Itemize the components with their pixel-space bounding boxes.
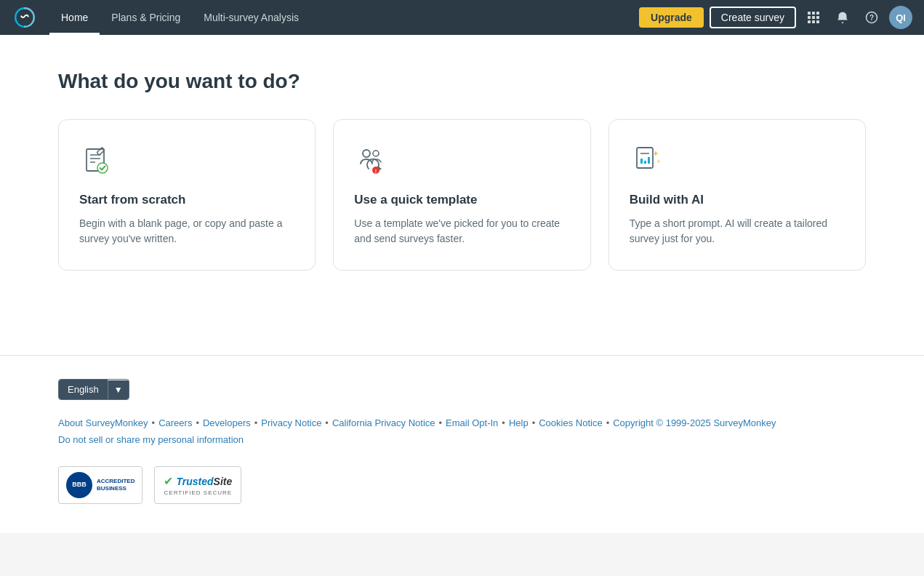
avatar[interactable]: QI — [889, 6, 912, 29]
template-card-title: Use a quick template — [354, 193, 569, 207]
navbar-right: Upgrade Create survey — [639, 6, 912, 29]
ai-card-desc: Type a short prompt. AI will create a ta… — [630, 216, 845, 247]
svg-rect-25 — [640, 159, 643, 164]
help-icon[interactable]: ? — [860, 6, 883, 29]
trusted-check-icon: ✔ — [164, 474, 173, 488]
svg-rect-1 — [808, 12, 811, 15]
svg-rect-23 — [637, 148, 653, 168]
card-quick-template[interactable]: ! Use a quick template Use a template we… — [333, 119, 590, 271]
footer-link-help[interactable]: Help — [509, 417, 529, 428]
svg-text:?: ? — [869, 14, 874, 22]
footer-link-cookies[interactable]: Cookies Notice — [539, 417, 602, 428]
svg-rect-7 — [808, 20, 811, 23]
apps-icon[interactable] — [802, 6, 825, 29]
notifications-icon[interactable] — [831, 6, 854, 29]
card-start-from-scratch[interactable]: Start from scratch Begin with a blank pa… — [58, 119, 316, 271]
svg-rect-4 — [808, 16, 811, 19]
svg-rect-8 — [812, 20, 815, 23]
footer-link-california-privacy[interactable]: California Privacy Notice — [332, 417, 435, 428]
cards-row: Start from scratch Begin with a blank pa… — [58, 119, 866, 271]
footer-link-about[interactable]: About SurveyMonkey — [58, 417, 148, 428]
scratch-card-desc: Begin with a blank page, or copy and pas… — [79, 216, 294, 247]
footer-copyright: Copyright © 1999-2025 SurveyMonkey — [613, 417, 776, 428]
scratch-icon — [79, 143, 114, 178]
template-icon: ! — [354, 143, 389, 178]
nav-links: Home Plans & Pricing Multi-survey Analys… — [49, 0, 639, 35]
svg-point-0 — [13, 6, 36, 29]
nav-plans-pricing[interactable]: Plans & Pricing — [100, 0, 192, 35]
footer-do-not-sell[interactable]: Do not sell or share my personal informa… — [58, 434, 244, 445]
footer-link-privacy[interactable]: Privacy Notice — [261, 417, 321, 428]
trusted-site-badge[interactable]: ✔ TrustedSite CERTIFIED SECURE — [154, 466, 241, 504]
trusted-site-name: TrustedSite — [176, 476, 232, 487]
footer-link-email-opt-in[interactable]: Email Opt-In — [446, 417, 498, 428]
card-build-with-ai[interactable]: Build with AI Type a short prompt. AI wi… — [608, 119, 866, 271]
svg-rect-3 — [816, 12, 819, 15]
footer-link-careers[interactable]: Careers — [158, 417, 192, 428]
page-title: What do you want to do? — [58, 70, 866, 93]
bbb-badge[interactable]: BBB ACCREDITEDBUSINESS — [58, 466, 142, 504]
template-card-desc: Use a template we've picked for you to c… — [354, 216, 569, 247]
navbar: Home Plans & Pricing Multi-survey Analys… — [0, 0, 924, 35]
trusted-certified-text: CERTIFIED SECURE — [164, 489, 233, 496]
trust-badges: BBB ACCREDITEDBUSINESS ✔ TrustedSite CER… — [58, 466, 866, 504]
svg-text:!: ! — [375, 169, 377, 174]
nav-home[interactable]: Home — [49, 0, 100, 35]
scratch-card-title: Start from scratch — [79, 193, 294, 207]
trusted-top: ✔ TrustedSite — [164, 474, 232, 488]
footer: English ▼ About SurveyMonkey • Careers •… — [0, 356, 924, 533]
footer-link-developers[interactable]: Developers — [203, 417, 251, 428]
svg-rect-9 — [816, 20, 819, 23]
svg-rect-27 — [648, 157, 650, 164]
svg-point-19 — [373, 151, 379, 156]
ai-card-title: Build with AI — [630, 193, 845, 207]
logo[interactable] — [12, 4, 38, 31]
svg-rect-6 — [816, 16, 819, 19]
upgrade-button[interactable]: Upgrade — [639, 7, 704, 28]
svg-point-18 — [363, 150, 370, 157]
svg-rect-5 — [812, 16, 815, 19]
language-selector[interactable]: English ▼ — [58, 379, 129, 400]
language-label: English — [59, 380, 108, 399]
ai-icon — [630, 143, 664, 178]
create-survey-button[interactable]: Create survey — [710, 7, 796, 28]
nav-multi-survey[interactable]: Multi-survey Analysis — [192, 0, 310, 35]
main-content: What do you want to do? — [0, 35, 924, 355]
footer-links: About SurveyMonkey • Careers • Developer… — [58, 417, 866, 428]
svg-rect-26 — [644, 161, 646, 164]
bbb-icon: BBB — [66, 472, 92, 498]
svg-rect-2 — [812, 12, 815, 15]
bbb-text: ACCREDITEDBUSINESS — [97, 478, 134, 493]
language-dropdown-arrow[interactable]: ▼ — [108, 380, 129, 399]
